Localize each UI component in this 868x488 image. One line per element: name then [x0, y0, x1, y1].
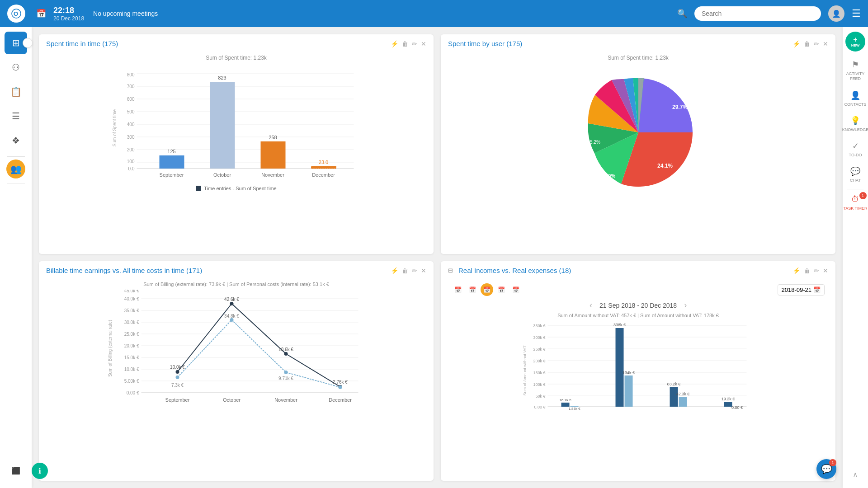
svg-text:23.0: 23.0 [319, 160, 328, 165]
svg-text:December: December [312, 172, 335, 178]
date-tab-quarter[interactable]: 📅 [495, 283, 508, 296]
main-content: Spent time in time (175) ⚡ 🗑 ✏ ✕ Sum of … [32, 27, 843, 488]
knowledge-btn[interactable]: 💡 KNOWLEDGE [844, 111, 866, 136]
task-timer-btn[interactable]: ⏱ TASK TIMER 1 [843, 191, 867, 214]
income-bar-dec [724, 402, 732, 407]
svg-text:40.0k €: 40.0k € [124, 296, 139, 301]
todo-btn[interactable]: ✓ TO-DO [844, 136, 866, 162]
income-bar-nov [670, 387, 678, 407]
edit-icon-4[interactable]: ✏ [814, 267, 819, 274]
avatar[interactable]: 👤 [828, 5, 844, 22]
svg-text:9.71k €: 9.71k € [278, 376, 293, 381]
svg-text:Sum of Amount without VAT: Sum of Amount without VAT [523, 345, 527, 396]
close-icon-2[interactable]: ✕ [823, 40, 828, 47]
meeting-status: No upcoming meetings [93, 10, 158, 17]
svg-text:0.0: 0.0 [128, 166, 135, 171]
sidebar-expand-btn[interactable]: › [23, 38, 33, 48]
bar-november [261, 141, 286, 169]
svg-text:20.0k €: 20.0k € [124, 343, 139, 348]
delete-icon-3[interactable]: 🗑 [402, 267, 408, 274]
logo[interactable]: O [7, 5, 25, 23]
filter-icon-4[interactable]: ⚡ [793, 267, 800, 274]
new-button[interactable]: + NEW [845, 32, 865, 52]
search-input[interactable] [694, 6, 821, 21]
search-icon[interactable]: 🔍 [677, 9, 687, 19]
svg-text:29.7%: 29.7% [672, 104, 688, 110]
income-bar-sep [561, 403, 570, 407]
left-sidebar: ⊞ › ⚇ 📋 ☰ ❖ 👥 ⬛ [0, 27, 32, 488]
activity-feed-btn[interactable]: ⚑ ACTIVITYFEED [844, 55, 866, 86]
svg-text:10.0k €: 10.0k € [124, 367, 139, 372]
widget-title-3: Billable time earnings vs. All time cost… [46, 267, 387, 274]
date-tab-month[interactable]: 📅 [481, 283, 493, 296]
svg-text:150k €: 150k € [533, 371, 545, 375]
filter-icon-2[interactable]: ⚡ [793, 40, 800, 47]
delete-icon-1[interactable]: 🗑 [402, 40, 408, 47]
sidebar-item-list[interactable]: ☰ [5, 105, 27, 127]
widget-header-4: ⊟ Real Incomes vs. Real expenses (18) ⚡ … [441, 261, 835, 278]
knowledge-icon: 💡 [850, 116, 860, 126]
date-input-value: 2018-09-21 [782, 286, 812, 293]
date-tab-day[interactable]: 📅 [452, 283, 464, 296]
widget-real-incomes: ⊟ Real Incomes vs. Real expenses (18) ⚡ … [441, 261, 835, 481]
date-prev-btn[interactable]: ‹ [590, 300, 592, 310]
svg-text:O: O [14, 10, 18, 17]
close-icon-4[interactable]: ✕ [823, 267, 828, 274]
close-icon-3[interactable]: ✕ [421, 267, 426, 274]
svg-text:83.2k €: 83.2k € [667, 382, 681, 386]
edit-icon-1[interactable]: ✏ [412, 40, 417, 47]
incomes-subtitle: Sum of Amount without VAT: 457k € | Sum … [448, 313, 828, 318]
svg-text:5.00k €: 5.00k € [124, 379, 139, 384]
date-tab-week[interactable]: 📅 [466, 283, 479, 296]
widget-actions-2: ⚡ 🗑 ✏ ✕ [793, 40, 828, 47]
svg-text:34.8k €: 34.8k € [224, 314, 239, 319]
sidebar-item-login[interactable]: ⬛ [5, 459, 27, 482]
close-icon-1[interactable]: ✕ [421, 40, 426, 47]
info-button[interactable]: ℹ [32, 463, 48, 479]
filter-icon-1[interactable]: ⚡ [391, 40, 398, 47]
todo-icon: ✓ [852, 141, 859, 151]
edit-icon-2[interactable]: ✏ [814, 40, 819, 47]
chat-btn[interactable]: 💬 CHAT [844, 162, 866, 187]
svg-text:134k €: 134k € [623, 371, 635, 375]
chat-bubble-btn[interactable]: 💬 1 [816, 459, 836, 479]
sidebar-item-team[interactable]: 👥 [6, 160, 25, 178]
point-s2-nov [284, 371, 288, 374]
date-tab-year[interactable]: 📅 [509, 283, 522, 296]
svg-text:338k €: 338k € [613, 323, 626, 327]
hamburger-icon[interactable]: ☰ [852, 8, 861, 19]
svg-text:42.6k €: 42.6k € [224, 297, 239, 302]
sidebar-item-document[interactable]: 📋 [5, 80, 27, 103]
date-input-wrap[interactable]: 2018-09-21 📅 [778, 284, 825, 296]
edit-icon-3[interactable]: ✏ [412, 267, 417, 274]
widget-actions-1: ⚡ 🗑 ✏ ✕ [391, 40, 426, 47]
contacts-btn[interactable]: 👤 CONTACTS [844, 86, 866, 111]
date-range-nav: ‹ 21 Sep 2018 - 20 Dec 2018 › [448, 298, 828, 313]
svg-text:35.0k €: 35.0k € [124, 308, 139, 313]
calendar-picker-icon[interactable]: 📅 [813, 286, 821, 293]
pie-chart-svg: 29.7% 24.1% 9.0% 5.2% [571, 69, 706, 196]
date-range-label: 21 Sep 2018 - 20 Dec 2018 [599, 302, 677, 309]
activity-feed-icon: ⚑ [852, 60, 859, 70]
expense-bar-oct [625, 375, 633, 407]
delete-icon-4[interactable]: 🗑 [804, 267, 810, 274]
date-next-btn[interactable]: › [684, 300, 687, 310]
sidebar-collapse-btn[interactable]: ∧ [848, 466, 863, 483]
svg-text:19.2k €: 19.2k € [722, 397, 735, 401]
sidebar-item-dropbox[interactable]: ❖ [5, 129, 27, 152]
point-s1-sep [176, 370, 179, 374]
income-bar-oct [616, 328, 624, 407]
svg-text:50k €: 50k € [535, 394, 545, 399]
sidebar-item-network[interactable]: ⚇ [5, 56, 27, 79]
svg-text:November: November [261, 172, 284, 178]
widget-title-2: Spent time by user (175) [448, 40, 789, 47]
svg-text:18.6k €: 18.6k € [278, 347, 293, 352]
calendar-icon[interactable]: 📅 [36, 9, 46, 19]
svg-text:42.3k €: 42.3k € [676, 392, 690, 396]
task-timer-badge: 1 [859, 192, 867, 199]
svg-text:November: November [274, 397, 297, 403]
widget-actions-3: ⚡ 🗑 ✏ ✕ [391, 267, 426, 274]
filter-icon-3[interactable]: ⚡ [391, 267, 398, 274]
sidebar-item-dashboard[interactable]: ⊞ › [5, 32, 27, 54]
delete-icon-2[interactable]: 🗑 [804, 40, 810, 47]
